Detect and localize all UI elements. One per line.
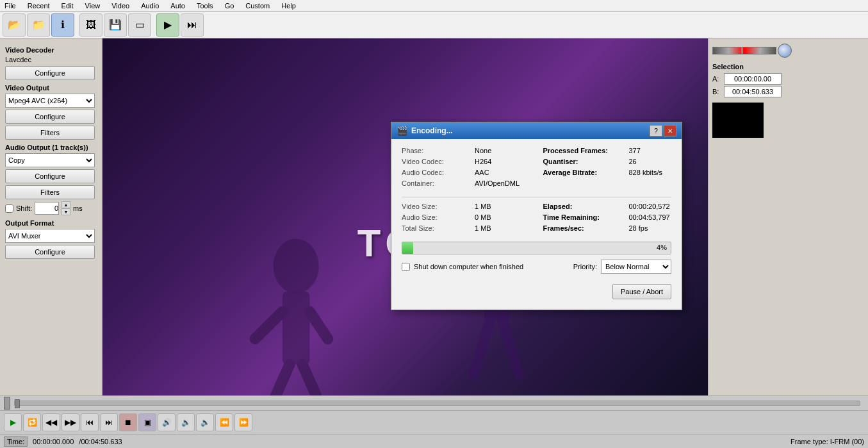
dialog-title-icon: 🎬 (397, 126, 407, 136)
dialog-sep1 (402, 197, 671, 197)
next-kf-btn[interactable]: ⏩ (234, 413, 252, 431)
dialog-bottom-row: Shut down computer when finished Priorit… (402, 260, 671, 274)
audio-output-configure-btn[interactable]: Configure (5, 169, 95, 183)
toolbar: 📂 📁 ℹ 🖼 💾 ▭ ▶ ⏭ (0, 12, 868, 38)
vol-up-btn[interactable]: 🔈 (196, 413, 214, 431)
video-codec-row: Video Codec: H264 (402, 158, 530, 165)
info-col-left: Phase: None Video Codec: H264 Audio Code… (402, 147, 530, 190)
audio-btn[interactable]: 🔊 (158, 413, 176, 431)
video-output-title: Video Output (5, 84, 97, 92)
menu-video[interactable]: Video (110, 2, 131, 10)
frames-sec-value: 28 fps (629, 224, 648, 232)
selection-b-row: B: (712, 86, 864, 97)
output-format-configure-btn[interactable]: Configure (5, 245, 95, 259)
video-decoder-title: Video Decoder (5, 46, 97, 54)
volume-slider[interactable] (712, 47, 776, 54)
frames-sec-label: Frames/sec: (543, 224, 626, 232)
processed-frames-label: Processed Frames: (543, 147, 626, 154)
encode-btn[interactable]: ▶ (156, 13, 179, 37)
video-output-select[interactable]: Mpeg4 AVC (x264) H265 MPEG2 (5, 94, 95, 108)
play-btn[interactable]: ▶ (4, 413, 22, 431)
info-grid: Phase: None Video Codec: H264 Audio Code… (402, 147, 671, 190)
total-size-row: Total Size: 1 MB (402, 224, 530, 232)
menu-file[interactable]: File (3, 2, 18, 10)
next-btn[interactable]: ▶▶ (61, 413, 79, 431)
open-img-btn[interactable]: 🖼 (79, 13, 102, 37)
frames-sec-row: Frames/sec: 28 fps (543, 224, 672, 232)
output-format-select[interactable]: AVI Muxer MP4 Muxer (5, 229, 95, 243)
audio-output-select[interactable]: Copy AAC MP3 (5, 153, 95, 167)
menu-tools[interactable]: Tools (195, 2, 215, 10)
video-codec-value: H264 (475, 158, 491, 165)
step-fwd-btn[interactable]: ⏭ (100, 413, 118, 431)
menu-edit[interactable]: Edit (60, 2, 76, 10)
video-output-configure-btn[interactable]: Configure (5, 110, 95, 124)
pause-abort-btn[interactable]: Pause / Abort (612, 284, 671, 299)
mark-in-btn[interactable]: ⏹ (119, 413, 137, 431)
video-decoder-configure-btn[interactable]: Configure (5, 66, 95, 80)
open-file-btn[interactable]: 📂 (3, 13, 26, 37)
info-col-timing: Elapsed: 00:00:20,572 Time Remaining: 00… (543, 203, 672, 235)
open-dir-btn[interactable]: 📁 (27, 13, 50, 37)
phase-label: Phase: (402, 147, 472, 154)
encode2-btn[interactable]: ⏭ (181, 13, 204, 37)
svg-line-3 (309, 311, 327, 339)
menu-auto[interactable]: Auto (168, 2, 187, 10)
container-label: Container: (402, 179, 472, 187)
svg-line-11 (502, 320, 519, 375)
main-layout: Video Decoder Lavcdec Configure Video Ou… (0, 38, 868, 448)
menu-recent[interactable]: Recent (26, 2, 52, 10)
audio-output-filters-btn[interactable]: Filters (5, 185, 95, 199)
svg-line-2 (255, 311, 283, 339)
right-panel: Selection A: B: (708, 38, 868, 448)
processed-frames-row: Processed Frames: 377 (543, 147, 672, 154)
step-back-btn[interactable]: ⏮ (81, 413, 99, 431)
audio-size-row: Audio Size: 0 MB (402, 213, 530, 221)
dialog-help-btn[interactable]: ? (650, 125, 662, 137)
selection-a-input[interactable] (724, 73, 782, 85)
prev-btn[interactable]: ◀◀ (42, 413, 60, 431)
menu-audio[interactable]: Audio (139, 2, 161, 10)
svg-rect-1 (283, 292, 310, 365)
shift-checkbox[interactable] (5, 204, 13, 213)
menu-help[interactable]: Help (279, 2, 298, 10)
video-output-filters-btn[interactable]: Filters (5, 126, 95, 140)
info-col-sizes: Video Size: 1 MB Audio Size: 0 MB Total … (402, 203, 530, 235)
info-grid2: Video Size: 1 MB Audio Size: 0 MB Total … (402, 203, 671, 235)
timeline-playhead[interactable] (15, 399, 20, 408)
dialog-action-row: Pause / Abort (402, 284, 671, 302)
status-bar: Time: 00:00:00.000 /00:04:50.633 Frame t… (0, 434, 868, 448)
progress-bar-outer: 4% (402, 242, 671, 254)
bottom-controls: ▶ 🔁 ◀◀ ▶▶ ⏮ ⏭ ⏹ ▣ 🔊 🔉 🔈 ⏪ ⏩ Time: 00:00:… (0, 395, 868, 448)
menu-custom[interactable]: Custom (243, 2, 272, 10)
priority-select[interactable]: Idle Below Normal Normal Above Normal Hi… (601, 260, 671, 274)
save-btn[interactable]: 💾 (104, 13, 127, 37)
prev-kf-btn[interactable]: ⏪ (215, 413, 233, 431)
menu-go[interactable]: Go (223, 2, 236, 10)
shift-input[interactable] (35, 202, 59, 215)
close-btn[interactable]: ▭ (128, 13, 151, 37)
audio-size-value: 0 MB (475, 213, 491, 221)
dialog-close-btn[interactable]: ✕ (664, 125, 676, 137)
vol-slider-container (712, 44, 864, 58)
loop-btn[interactable]: 🔁 (23, 413, 41, 431)
video-size-value: 1 MB (475, 203, 491, 210)
mark-out-btn[interactable]: ▣ (138, 413, 156, 431)
selection-b-input[interactable] (724, 86, 782, 97)
menu-view[interactable]: View (83, 2, 102, 10)
shift-label: Shift: (16, 204, 32, 212)
timeline-track[interactable] (14, 401, 860, 406)
time-remaining-row: Time Remaining: 00:04:53,797 (543, 213, 672, 221)
audio-codec-row: Audio Codec: AAC (402, 169, 530, 176)
shutdown-checkbox[interactable] (402, 263, 410, 271)
timeline-left-handle[interactable] (4, 397, 10, 410)
info-btn[interactable]: ℹ (51, 13, 74, 37)
audio-codec-value: AAC (475, 169, 489, 176)
timeline (0, 395, 868, 411)
vol-dn-btn[interactable]: 🔉 (177, 413, 195, 431)
shift-unit: ms (73, 204, 83, 212)
time-value: 00:00:00.000 (33, 438, 74, 445)
shift-spinbtn[interactable]: ▲ ▼ (61, 201, 70, 215)
avg-bitrate-row: Average Bitrate: 828 kbits/s (543, 169, 672, 176)
volume-knob[interactable] (778, 44, 792, 58)
